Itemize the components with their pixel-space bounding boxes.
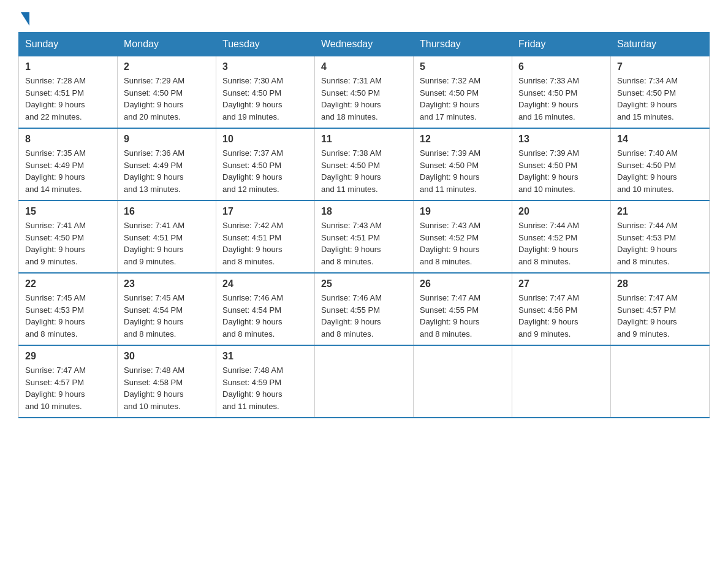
day-info: Sunrise: 7:35 AM Sunset: 4:49 PM Dayligh… <box>25 147 111 195</box>
day-cell <box>611 345 710 418</box>
day-number: 25 <box>321 278 407 289</box>
day-cell: 12 Sunrise: 7:39 AM Sunset: 4:50 PM Dayl… <box>414 128 512 201</box>
day-cell: 9 Sunrise: 7:36 AM Sunset: 4:49 PM Dayli… <box>118 128 216 201</box>
day-cell <box>315 345 414 418</box>
day-number: 5 <box>420 61 506 72</box>
day-number: 23 <box>124 278 210 289</box>
day-info: Sunrise: 7:46 AM Sunset: 4:54 PM Dayligh… <box>222 292 308 340</box>
day-info: Sunrise: 7:37 AM Sunset: 4:50 PM Dayligh… <box>222 147 308 195</box>
day-number: 16 <box>124 206 210 217</box>
day-number: 4 <box>321 61 407 72</box>
day-cell: 20 Sunrise: 7:44 AM Sunset: 4:52 PM Dayl… <box>512 201 611 273</box>
day-info: Sunrise: 7:47 AM Sunset: 4:57 PM Dayligh… <box>25 364 111 412</box>
day-cell: 14 Sunrise: 7:40 AM Sunset: 4:50 PM Dayl… <box>611 128 710 201</box>
day-info: Sunrise: 7:39 AM Sunset: 4:50 PM Dayligh… <box>518 147 604 195</box>
day-info: Sunrise: 7:36 AM Sunset: 4:49 PM Dayligh… <box>124 147 210 195</box>
day-info: Sunrise: 7:44 AM Sunset: 4:53 PM Dayligh… <box>617 220 703 267</box>
day-number: 30 <box>124 351 210 362</box>
day-number: 27 <box>518 278 604 289</box>
week-row-5: 29 Sunrise: 7:47 AM Sunset: 4:57 PM Dayl… <box>19 345 710 418</box>
day-cell: 18 Sunrise: 7:43 AM Sunset: 4:51 PM Dayl… <box>315 201 414 273</box>
day-number: 9 <box>124 134 210 145</box>
header-cell-sunday: Sunday <box>19 33 118 56</box>
day-info: Sunrise: 7:46 AM Sunset: 4:55 PM Dayligh… <box>321 292 407 340</box>
day-info: Sunrise: 7:41 AM Sunset: 4:50 PM Dayligh… <box>25 220 111 267</box>
day-number: 11 <box>321 134 407 145</box>
week-row-2: 8 Sunrise: 7:35 AM Sunset: 4:49 PM Dayli… <box>19 128 710 201</box>
day-number: 1 <box>25 61 111 72</box>
day-cell: 24 Sunrise: 7:46 AM Sunset: 4:54 PM Dayl… <box>216 273 315 345</box>
day-cell: 25 Sunrise: 7:46 AM Sunset: 4:55 PM Dayl… <box>315 273 414 345</box>
day-info: Sunrise: 7:44 AM Sunset: 4:52 PM Dayligh… <box>518 220 604 267</box>
calendar-table: SundayMondayTuesdayWednesdayThursdayFrid… <box>18 32 710 418</box>
day-number: 13 <box>518 134 604 145</box>
day-number: 6 <box>518 61 604 72</box>
day-info: Sunrise: 7:28 AM Sunset: 4:51 PM Dayligh… <box>25 75 111 123</box>
day-number: 14 <box>617 134 703 145</box>
day-info: Sunrise: 7:48 AM Sunset: 4:59 PM Dayligh… <box>222 364 308 412</box>
day-cell: 10 Sunrise: 7:37 AM Sunset: 4:50 PM Dayl… <box>216 128 315 201</box>
logo-triangle-icon <box>21 12 29 26</box>
day-info: Sunrise: 7:34 AM Sunset: 4:50 PM Dayligh… <box>617 75 703 123</box>
day-info: Sunrise: 7:32 AM Sunset: 4:50 PM Dayligh… <box>420 75 506 123</box>
day-info: Sunrise: 7:40 AM Sunset: 4:50 PM Dayligh… <box>617 147 703 195</box>
day-cell: 5 Sunrise: 7:32 AM Sunset: 4:50 PM Dayli… <box>414 56 512 129</box>
day-cell: 7 Sunrise: 7:34 AM Sunset: 4:50 PM Dayli… <box>611 56 710 129</box>
day-number: 20 <box>518 206 604 217</box>
day-info: Sunrise: 7:39 AM Sunset: 4:50 PM Dayligh… <box>420 147 506 195</box>
calendar-header: SundayMondayTuesdayWednesdayThursdayFrid… <box>19 33 710 56</box>
week-row-1: 1 Sunrise: 7:28 AM Sunset: 4:51 PM Dayli… <box>19 56 710 129</box>
header-cell-wednesday: Wednesday <box>315 33 414 56</box>
day-number: 8 <box>25 134 111 145</box>
day-cell: 30 Sunrise: 7:48 AM Sunset: 4:58 PM Dayl… <box>118 345 216 418</box>
day-number: 12 <box>420 134 506 145</box>
day-cell: 29 Sunrise: 7:47 AM Sunset: 4:57 PM Dayl… <box>19 345 118 418</box>
day-number: 29 <box>25 351 111 362</box>
day-cell: 15 Sunrise: 7:41 AM Sunset: 4:50 PM Dayl… <box>19 201 118 273</box>
header-cell-friday: Friday <box>512 33 611 56</box>
page-header <box>18 12 710 26</box>
day-info: Sunrise: 7:47 AM Sunset: 4:56 PM Dayligh… <box>518 292 604 340</box>
day-cell: 13 Sunrise: 7:39 AM Sunset: 4:50 PM Dayl… <box>512 128 611 201</box>
day-cell: 11 Sunrise: 7:38 AM Sunset: 4:50 PM Dayl… <box>315 128 414 201</box>
week-row-4: 22 Sunrise: 7:45 AM Sunset: 4:53 PM Dayl… <box>19 273 710 345</box>
day-number: 22 <box>25 278 111 289</box>
day-info: Sunrise: 7:31 AM Sunset: 4:50 PM Dayligh… <box>321 75 407 123</box>
day-info: Sunrise: 7:30 AM Sunset: 4:50 PM Dayligh… <box>222 75 308 123</box>
day-cell: 6 Sunrise: 7:33 AM Sunset: 4:50 PM Dayli… <box>512 56 611 129</box>
day-cell: 28 Sunrise: 7:47 AM Sunset: 4:57 PM Dayl… <box>611 273 710 345</box>
day-number: 17 <box>222 206 308 217</box>
day-cell: 19 Sunrise: 7:43 AM Sunset: 4:52 PM Dayl… <box>414 201 512 273</box>
day-cell: 27 Sunrise: 7:47 AM Sunset: 4:56 PM Dayl… <box>512 273 611 345</box>
day-cell: 17 Sunrise: 7:42 AM Sunset: 4:51 PM Dayl… <box>216 201 315 273</box>
day-cell: 16 Sunrise: 7:41 AM Sunset: 4:51 PM Dayl… <box>118 201 216 273</box>
header-cell-thursday: Thursday <box>414 33 512 56</box>
header-cell-tuesday: Tuesday <box>216 33 315 56</box>
day-info: Sunrise: 7:43 AM Sunset: 4:52 PM Dayligh… <box>420 220 506 267</box>
day-info: Sunrise: 7:45 AM Sunset: 4:54 PM Dayligh… <box>124 292 210 340</box>
day-cell <box>414 345 512 418</box>
day-cell: 22 Sunrise: 7:45 AM Sunset: 4:53 PM Dayl… <box>19 273 118 345</box>
day-number: 21 <box>617 206 703 217</box>
day-number: 28 <box>617 278 703 289</box>
day-cell: 31 Sunrise: 7:48 AM Sunset: 4:59 PM Dayl… <box>216 345 315 418</box>
header-cell-saturday: Saturday <box>611 33 710 56</box>
day-number: 24 <box>222 278 308 289</box>
day-number: 3 <box>222 61 308 72</box>
day-info: Sunrise: 7:41 AM Sunset: 4:51 PM Dayligh… <box>124 220 210 267</box>
day-cell: 21 Sunrise: 7:44 AM Sunset: 4:53 PM Dayl… <box>611 201 710 273</box>
header-cell-monday: Monday <box>118 33 216 56</box>
day-info: Sunrise: 7:45 AM Sunset: 4:53 PM Dayligh… <box>25 292 111 340</box>
day-cell: 23 Sunrise: 7:45 AM Sunset: 4:54 PM Dayl… <box>118 273 216 345</box>
day-info: Sunrise: 7:48 AM Sunset: 4:58 PM Dayligh… <box>124 364 210 412</box>
day-info: Sunrise: 7:47 AM Sunset: 4:57 PM Dayligh… <box>617 292 703 340</box>
logo-blue-text <box>18 12 29 26</box>
day-number: 18 <box>321 206 407 217</box>
day-cell: 1 Sunrise: 7:28 AM Sunset: 4:51 PM Dayli… <box>19 56 118 129</box>
day-info: Sunrise: 7:42 AM Sunset: 4:51 PM Dayligh… <box>222 220 308 267</box>
day-info: Sunrise: 7:38 AM Sunset: 4:50 PM Dayligh… <box>321 147 407 195</box>
day-number: 26 <box>420 278 506 289</box>
day-cell: 2 Sunrise: 7:29 AM Sunset: 4:50 PM Dayli… <box>118 56 216 129</box>
day-info: Sunrise: 7:29 AM Sunset: 4:50 PM Dayligh… <box>124 75 210 123</box>
day-info: Sunrise: 7:33 AM Sunset: 4:50 PM Dayligh… <box>518 75 604 123</box>
